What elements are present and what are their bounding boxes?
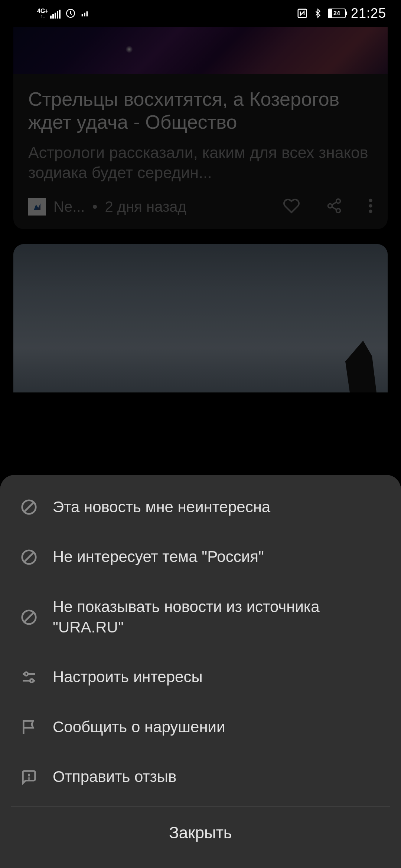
close-button[interactable]: Закрыть: [0, 807, 401, 868]
menu-label: Отправить отзыв: [53, 767, 176, 787]
news-card-1-image: [13, 27, 388, 74]
menu-hide-source[interactable]: Не показывать новости из источника "URA.…: [0, 582, 401, 652]
menu-label: Не показывать новости из источника "URA.…: [53, 597, 380, 637]
block-icon: [21, 499, 37, 515]
menu-configure-interests[interactable]: Настроить интересы: [0, 652, 401, 702]
flag-icon: [21, 719, 37, 735]
news-card-1-footer: Ne... • 2 дня назад: [13, 194, 388, 229]
news-card-1-desc: Астрологи рассказали, каким для всех зна…: [28, 143, 373, 183]
network-type: 4G+: [37, 8, 49, 14]
menu-label: Сообщить о нарушении: [53, 717, 225, 737]
menu-label: Эта новость мне неинтересна: [53, 497, 270, 517]
svg-line-16: [24, 552, 34, 562]
bluetooth-icon: [313, 8, 323, 19]
chart-icon: [81, 9, 89, 17]
status-right: 24 21:25: [297, 6, 386, 21]
like-icon[interactable]: [283, 197, 300, 216]
tune-icon: [21, 669, 37, 685]
bottom-sheet: Эта новость мне неинтересна Не интересуе…: [0, 475, 401, 868]
svg-point-10: [369, 199, 372, 202]
status-time: 21:25: [351, 6, 386, 21]
svg-line-9: [332, 202, 337, 205]
status-bar: 4G+ ↑↓ 24 21:25: [0, 0, 401, 27]
feedback-icon: [21, 769, 37, 785]
block-icon: [21, 609, 37, 625]
news-card-1[interactable]: Стрельцы восхитятся, а Козерогов ждет уд…: [13, 27, 388, 229]
svg-rect-3: [86, 11, 88, 17]
svg-point-22: [30, 679, 33, 682]
nfc-icon: [297, 8, 308, 19]
menu-label: Не интересует тема "Россия": [53, 547, 264, 567]
svg-rect-1: [81, 14, 83, 16]
svg-line-14: [24, 502, 34, 512]
clock-icon: [66, 9, 75, 18]
share-icon[interactable]: [326, 198, 342, 216]
news-card-2[interactable]: [13, 244, 388, 392]
battery-percent: 24: [329, 10, 344, 17]
svg-point-21: [25, 672, 28, 675]
svg-point-7: [336, 209, 340, 213]
menu-send-feedback[interactable]: Отправить отзыв: [0, 752, 401, 802]
battery-indicator: 24: [328, 9, 346, 18]
news-card-2-image: [13, 244, 388, 392]
svg-rect-2: [84, 13, 85, 16]
source-logo-icon: [28, 198, 46, 216]
svg-line-8: [332, 207, 337, 210]
menu-not-interested-news[interactable]: Эта новость мне неинтересна: [0, 482, 401, 532]
svg-point-6: [328, 204, 332, 208]
source-name: Ne...: [53, 198, 85, 215]
svg-point-12: [369, 210, 372, 213]
menu-label: Настроить интересы: [53, 667, 203, 687]
cellular-signal: 4G+ ↑↓: [37, 8, 61, 19]
svg-point-5: [336, 199, 340, 203]
status-left: 4G+ ↑↓: [37, 8, 89, 19]
menu-report-violation[interactable]: Сообщить о нарушении: [0, 702, 401, 752]
signal-bars-icon: [50, 10, 61, 19]
more-icon[interactable]: [368, 198, 373, 216]
svg-point-24: [29, 778, 29, 779]
menu-not-interested-topic[interactable]: Не интересует тема "Россия": [0, 532, 401, 582]
svg-point-11: [369, 204, 372, 208]
block-icon: [21, 549, 37, 565]
news-card-1-title: Стрельцы восхитятся, а Козерогов ждет уд…: [28, 88, 373, 134]
separator-dot: •: [92, 198, 97, 215]
svg-line-18: [24, 612, 34, 622]
publish-time: 2 дня назад: [105, 198, 276, 215]
